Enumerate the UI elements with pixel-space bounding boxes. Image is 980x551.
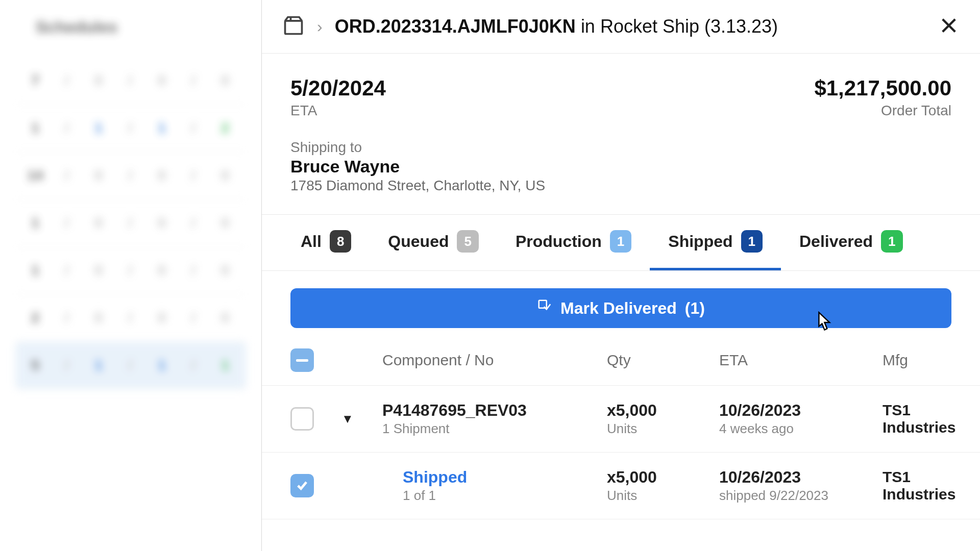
order-id: ORD.2023314.AJMLF0J0KN <box>335 16 576 37</box>
col-eta: ETA <box>719 352 883 369</box>
tab-queued[interactable]: Queued 5 <box>370 215 497 270</box>
breadcrumb-title: ORD.2023314.AJMLF0J0KN in Rocket Ship (3… <box>335 16 778 37</box>
shipment-progress: 1 of 1 <box>403 488 607 504</box>
row-eta-sub: shipped 9/22/2023 <box>719 488 883 504</box>
tab-production[interactable]: Production 1 <box>497 215 650 270</box>
tab-shipped-label: Shipped <box>668 232 732 251</box>
tab-all[interactable]: All 8 <box>282 215 370 270</box>
mark-delivered-button[interactable]: Mark Delivered (1) <box>290 288 951 328</box>
row-eta-value: 10/26/2023 <box>719 468 883 487</box>
table-row: ▼ P41487695_REV03 1 Shipment x5,000 Unit… <box>262 386 980 453</box>
qty-value: x5,000 <box>607 468 719 487</box>
order-summary: 5/20/2024 ETA $1,217,500.00 Order Total <box>262 54 980 124</box>
col-mfg: Mfg <box>883 352 951 369</box>
shipping-name: Bruce Wayne <box>290 157 951 177</box>
tab-production-label: Production <box>516 232 602 251</box>
tab-shipped[interactable]: Shipped 1 <box>650 215 781 270</box>
status-tabs: All 8 Queued 5 Production 1 Shipped 1 De… <box>262 214 980 271</box>
shipping-label: Shipping to <box>290 139 951 156</box>
package-icon[interactable] <box>282 14 305 39</box>
tab-production-count: 1 <box>610 230 631 253</box>
table-header: Component / No Qty ETA Mfg <box>262 338 980 386</box>
tab-shipped-count: 1 <box>741 230 763 253</box>
qty-value: x5,000 <box>607 401 719 420</box>
tab-all-count: 8 <box>330 230 351 253</box>
chevron-right-icon: › <box>317 17 323 36</box>
row-checkbox[interactable] <box>290 407 314 431</box>
table-row: Shipped 1 of 1 x5,000 Units 10/26/2023 s… <box>262 453 980 519</box>
background-sidebar: Schedules 7/0/0/0 1/1/1/2 14/0/0/0 1/0/0… <box>0 0 261 551</box>
tab-delivered-label: Delivered <box>799 232 873 251</box>
order-detail-panel: › ORD.2023314.AJMLF0J0KN in Rocket Ship … <box>261 0 980 551</box>
row-eta-value: 10/26/2023 <box>719 401 883 420</box>
bg-title: Schedules <box>36 18 226 37</box>
order-total-label: Order Total <box>814 103 951 119</box>
eta-block: 5/20/2024 ETA <box>290 76 386 119</box>
tab-delivered[interactable]: Delivered 1 <box>781 215 921 270</box>
col-component: Component / No <box>382 352 607 369</box>
tab-all-label: All <box>301 232 322 251</box>
shipping-address: 1785 Diamond Street, Charlotte, NY, US <box>290 178 951 194</box>
tab-delivered-count: 1 <box>881 230 902 253</box>
component-sub: 1 Shipment <box>382 421 607 437</box>
expand-toggle[interactable]: ▼ <box>341 412 382 426</box>
component-name[interactable]: P41487695_REV03 <box>382 401 607 420</box>
project-name: Rocket Ship (3.13.23) <box>600 16 778 37</box>
select-all-checkbox[interactable] <box>290 348 314 372</box>
mfg-value: TS1 Industries <box>883 402 955 436</box>
row-checkbox[interactable] <box>290 474 314 497</box>
shipment-status[interactable]: Shipped <box>403 468 607 487</box>
row-eta-sub: 4 weeks ago <box>719 421 883 437</box>
mfg-value: TS1 Industries <box>883 468 955 503</box>
box-check-icon <box>537 298 552 318</box>
qty-sub: Units <box>607 488 719 504</box>
eta-value: 5/20/2024 <box>290 76 386 101</box>
close-button[interactable] <box>938 15 960 38</box>
in-label: in <box>581 16 595 37</box>
col-qty: Qty <box>607 352 719 369</box>
qty-sub: Units <box>607 421 719 437</box>
shipping-block: Shipping to Bruce Wayne 1785 Diamond Str… <box>262 124 980 214</box>
svg-rect-0 <box>285 21 302 34</box>
bulk-action-area: Mark Delivered (1) <box>262 271 980 338</box>
panel-header: › ORD.2023314.AJMLF0J0KN in Rocket Ship … <box>262 0 980 54</box>
order-total-block: $1,217,500.00 Order Total <box>814 76 951 119</box>
mark-delivered-label: Mark Delivered <box>560 299 677 318</box>
tab-queued-label: Queued <box>388 232 449 251</box>
mark-delivered-count: (1) <box>685 299 705 318</box>
tab-queued-count: 5 <box>457 230 478 253</box>
svg-rect-1 <box>539 300 547 308</box>
order-total-value: $1,217,500.00 <box>814 76 951 101</box>
eta-label: ETA <box>290 103 386 119</box>
